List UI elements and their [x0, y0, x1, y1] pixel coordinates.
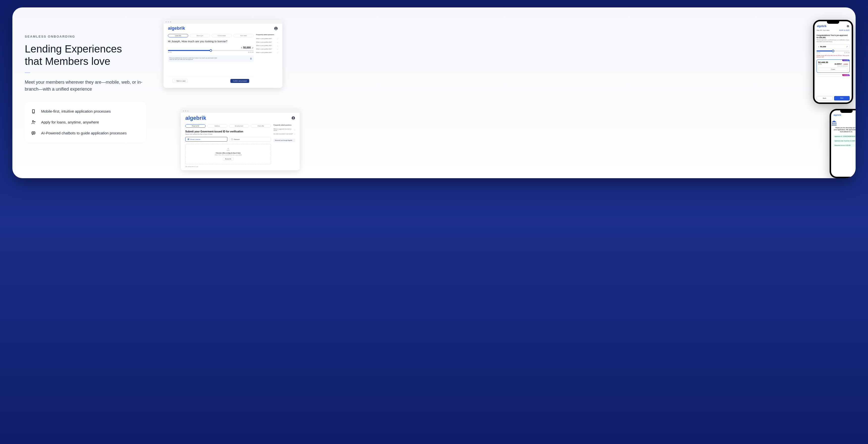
browse-file-button[interactable]: Browse file	[223, 157, 234, 161]
headline-line2: that Members love	[25, 56, 110, 67]
mockups-area: algebrik Loan info About you Co-borrower…	[163, 20, 843, 166]
step-employment[interactable]: Employment	[229, 124, 249, 128]
confirm-proceed-button[interactable]: Confirm and proceed	[230, 79, 249, 83]
amount-value: 50,000	[243, 46, 251, 49]
mic-icon[interactable]	[250, 57, 252, 60]
eyebrow: SEAMLESS ONBOARDING	[25, 35, 154, 38]
slider-min: $5,000	[816, 52, 820, 54]
svg-point-4	[33, 133, 33, 133]
product-chip: Personal Loan through Algebrik	[274, 139, 295, 142]
upload-sub: Select and upload the files of your choi…	[185, 133, 271, 135]
profile-icon[interactable]	[274, 27, 278, 30]
back-to-login-button[interactable]: ← Back to Login	[173, 79, 188, 83]
faq-item[interactable]: What is a pre-qualified offer?⌄	[256, 51, 278, 54]
brand-logo: algebrik	[168, 26, 185, 31]
next-button[interactable]: Next	[834, 96, 850, 101]
divider	[25, 72, 30, 73]
application-id-chip: Application ID: 123456789098765432	[833, 135, 856, 138]
bank-icon	[831, 120, 856, 126]
svg-point-2	[32, 121, 34, 122]
confirmation-phone-mockup: algebrik Thank you for choosing xyz for …	[830, 109, 856, 178]
radio-icon	[188, 138, 189, 140]
edit-icon[interactable]	[252, 47, 254, 49]
faq-item[interactable]: What is a pre-qualified offer?⌄	[256, 47, 278, 51]
drivers-license-option[interactable]: Driver's license	[185, 137, 227, 142]
step-final-offer[interactable]: Final offer	[251, 124, 271, 128]
marketing-card: SEAMLESS ONBOARDING Lending Experiences …	[12, 7, 856, 178]
faq-item[interactable]: What is a pre-qualified offer?⌄	[256, 40, 278, 44]
offer-card-preview: Lowest APR	[816, 74, 850, 77]
faq-item[interactable]: Any other documents I can submit?⌄	[274, 132, 295, 136]
faq-item[interactable]: Which is suggested document to submit →⌄	[274, 127, 295, 132]
offer-card[interactable]: Lowest APR $2,449.35 Monthly 16.050%* 14…	[816, 59, 850, 73]
amount-slider[interactable]: $5,000 $1,00,000	[816, 50, 850, 54]
slider-max: $1,00,000	[844, 52, 850, 54]
upload-title: Submit your Goverment-issued ID for veri…	[185, 130, 271, 133]
profile-icon[interactable]	[291, 116, 295, 120]
step-indicator: Step 4/4: Your rates	[816, 29, 830, 31]
svg-point-8	[275, 28, 276, 29]
lowest-apr-badge: Lowest APR	[842, 59, 850, 61]
left-column: SEAMLESS ONBOARDING Lending Experiences …	[25, 20, 154, 166]
amount-input[interactable]: $ 50,000	[816, 44, 850, 49]
brand-logo: algebrik	[185, 115, 206, 121]
requested-amount-chip: Requested amount: $ 25,000	[833, 143, 856, 147]
step-your-rates[interactable]: Your rates	[234, 34, 254, 37]
step-loan-info[interactable]: Loan info	[168, 34, 188, 37]
radio-icon	[231, 138, 233, 140]
urgency-note: All offers shown will be due within the …	[816, 55, 850, 58]
window-chrome	[163, 20, 282, 24]
feature-label: Apply for loans, anytime, anywhere	[41, 120, 99, 124]
loan-amount-window: algebrik Loan info About you Co-borrower…	[163, 20, 282, 88]
thank-you-text: Thank you for choosing xyz for your appl…	[831, 126, 856, 134]
passport-option[interactable]: Passport	[229, 137, 271, 142]
subhead: Meet your members wherever they are—mobi…	[25, 79, 144, 93]
edit-icon	[846, 46, 848, 47]
window-chrome	[181, 109, 300, 113]
amount-slider[interactable]: $5,000 $1,00,000	[168, 50, 254, 53]
feature-label: Mobile-first, intuitive application proc…	[41, 109, 111, 113]
profile-icon[interactable]	[847, 25, 849, 28]
apr-value: 16.050%*	[834, 63, 842, 65]
feature-list: Mobile-first, intuitive application proc…	[25, 102, 146, 143]
term-selector[interactable]: 2 years	[818, 68, 848, 71]
svg-point-13	[848, 26, 848, 26]
headline: Lending Experiences that Members love	[25, 43, 154, 68]
id-upload-window: algebrik Proof of ID Address Employment …	[181, 109, 300, 170]
brand-logo: algebrik	[817, 25, 826, 28]
loan-question: Hi Joseph, How much are you looking to b…	[168, 40, 254, 43]
application-date-chip: Application date: November 12, 2024	[833, 139, 856, 142]
feature-item: AI-Powered chatbots to guide application…	[31, 130, 140, 136]
step-address[interactable]: Address	[207, 124, 227, 128]
congrats-text: Congratulations! You're pre-approved for…	[816, 34, 850, 39]
back-button[interactable]: Back	[816, 96, 833, 101]
faq-heading: Frequently asked questions	[274, 124, 295, 126]
svg-rect-9	[251, 58, 251, 59]
svg-point-11	[293, 117, 294, 118]
upload-limit: File upload limit is 5 mb	[185, 166, 271, 167]
save-exit-button[interactable]: SAVE & EXIT	[839, 29, 850, 31]
faq-item[interactable]: What is a pre-qualified offer?⌄	[256, 37, 278, 40]
congrats-sub: This pre-approval is conditional upon ou…	[816, 39, 850, 42]
currency-symbol: $	[241, 46, 242, 49]
step-proof-id[interactable]: Proof of ID	[185, 124, 206, 128]
brand-logo: algebrik	[834, 114, 841, 116]
chatbot-icon	[31, 130, 36, 136]
dropzone-title: Choose a file or drag & drop it here	[188, 152, 268, 154]
apr-strike: 14.300%	[843, 64, 848, 65]
person-icon	[31, 119, 36, 125]
svg-point-5	[33, 133, 34, 133]
step-about-you[interactable]: About you	[190, 34, 210, 37]
slider-min: $5,000	[168, 52, 172, 53]
feature-item: Mobile-first, intuitive application proc…	[31, 109, 140, 114]
step-co-borrower[interactable]: Co-borrower	[212, 34, 232, 37]
faq-item[interactable]: What is a pre-qualified offer?⌄	[256, 44, 278, 47]
monthly-amount: $2,449.35	[818, 61, 828, 64]
phone-icon	[31, 109, 36, 114]
dropzone-sub: JPEG, PNG, PDG, and MP4 formats, up to 5…	[188, 154, 268, 156]
feature-item: Apply for loans, anytime, anywhere	[31, 119, 140, 125]
headline-line1: Lending Experiences	[25, 43, 122, 55]
badge: Lowest APR	[842, 74, 850, 76]
file-dropzone[interactable]: Choose a file or drag & drop it here JPE…	[185, 144, 271, 164]
slider-max: $1,00,000	[248, 52, 254, 53]
